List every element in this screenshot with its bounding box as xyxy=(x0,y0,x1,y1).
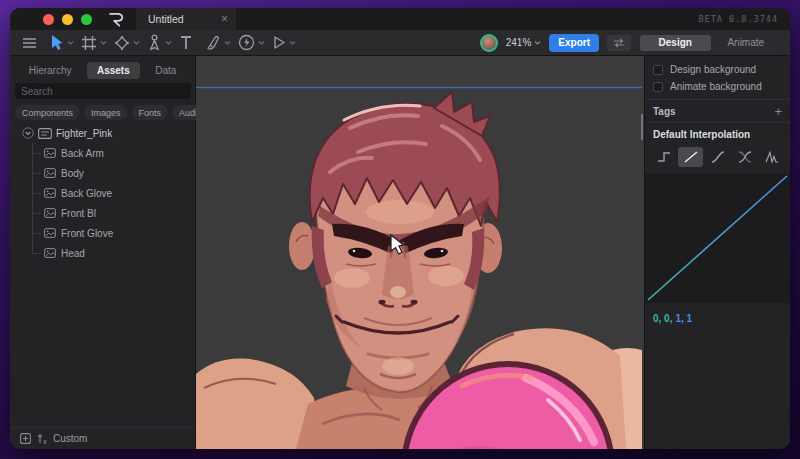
bezier-interpolation-button[interactable] xyxy=(732,147,757,167)
chevron-down-icon[interactable] xyxy=(289,41,296,45)
left-panel-tabs: Hierarchy Assets Data xyxy=(10,59,195,81)
tab-data[interactable]: Data xyxy=(145,62,186,79)
shapes-tool-button[interactable] xyxy=(114,35,140,51)
bone-tool-button[interactable] xyxy=(147,34,172,51)
toolbar: 241% Export Design Animate xyxy=(10,30,790,56)
traffic-lights xyxy=(43,14,92,25)
search-input[interactable] xyxy=(15,83,191,99)
main-menu-button[interactable] xyxy=(22,37,37,49)
bezier-curves-icon xyxy=(738,151,752,163)
select-tool-button[interactable] xyxy=(50,34,74,51)
design-background-label: Design background xyxy=(670,64,756,75)
minimize-window-button[interactable] xyxy=(62,14,73,25)
zoom-window-button[interactable] xyxy=(81,14,92,25)
tree-root-label: Fighter_Pink xyxy=(56,128,112,139)
chevron-down-icon[interactable] xyxy=(224,41,231,45)
pen-tool-button[interactable] xyxy=(205,35,231,51)
interpolation-curve xyxy=(645,173,789,303)
psd-file-badge-icon xyxy=(38,128,52,139)
interpolation-title: Default Interpolation xyxy=(653,129,750,140)
play-tool-button[interactable] xyxy=(272,35,296,50)
image-asset-icon xyxy=(44,228,56,238)
cubic-interpolation-button[interactable] xyxy=(705,147,730,167)
beta-version-label: BETA 0.8.3744 xyxy=(698,14,778,24)
chevron-down-icon[interactable] xyxy=(165,41,172,45)
animate-mode-tab[interactable]: Animate xyxy=(711,35,782,51)
text-tool-button[interactable] xyxy=(179,35,193,50)
play-icon xyxy=(272,35,286,50)
shapes-icon xyxy=(114,35,130,51)
sort-mode-label[interactable]: Custom xyxy=(53,433,87,444)
mode-switcher: Design Animate xyxy=(639,34,782,52)
tab-close-icon[interactable]: × xyxy=(221,13,228,25)
export-button[interactable]: Export xyxy=(549,34,599,52)
pen-icon xyxy=(205,35,221,51)
hamburger-menu-icon xyxy=(22,37,37,49)
user-avatar[interactable] xyxy=(480,34,498,52)
hierarchy-footer: Custom xyxy=(10,427,195,449)
tree-row-front-glove[interactable]: Front Glove xyxy=(10,223,195,243)
assets-tree: Fighter_Pink Back Arm Body Back Glove xyxy=(10,123,195,263)
artboard-tool-button[interactable] xyxy=(81,35,107,51)
curve-out-values: 1, 1 xyxy=(675,313,692,324)
elastic-interpolation-button[interactable] xyxy=(759,147,784,167)
add-square-icon[interactable] xyxy=(20,433,31,444)
canvas-viewport[interactable] xyxy=(196,56,644,449)
chevron-down-icon[interactable] xyxy=(258,41,265,45)
tree-row-body[interactable]: Body xyxy=(10,163,195,183)
tree-row-root[interactable]: Fighter_Pink xyxy=(10,123,195,143)
lightning-circle-icon xyxy=(238,34,255,51)
tree-item-label: Body xyxy=(61,168,84,179)
fighter-artwork xyxy=(196,56,642,449)
publish-button[interactable] xyxy=(607,35,631,51)
image-asset-icon xyxy=(44,148,56,158)
zoom-level-control[interactable]: 241% xyxy=(506,37,542,48)
linear-icon xyxy=(684,151,698,163)
asset-tab-fonts[interactable]: Fonts xyxy=(132,105,169,120)
asset-tab-images[interactable]: Images xyxy=(84,105,128,120)
asset-tab-components[interactable]: Components xyxy=(15,105,80,120)
design-mode-tab[interactable]: Design xyxy=(640,35,711,51)
image-asset-icon xyxy=(44,208,56,218)
sort-order-icon[interactable] xyxy=(37,433,47,444)
tags-section-header: Tags + xyxy=(645,100,790,122)
add-tag-button[interactable]: + xyxy=(774,105,782,118)
image-asset-icon xyxy=(44,168,56,178)
tree-row-head[interactable]: Head xyxy=(10,243,195,263)
animate-background-checkbox[interactable] xyxy=(653,82,663,92)
document-tab[interactable]: Untitled × xyxy=(136,8,236,30)
asset-type-tabs: Components Images Fonts Audio xyxy=(15,104,190,121)
tree-row-back-glove[interactable]: Back Glove xyxy=(10,183,195,203)
tree-row-front-bi[interactable]: Front Bl xyxy=(10,203,195,223)
chevron-down-icon[interactable] xyxy=(100,41,107,45)
image-asset-icon xyxy=(44,248,56,258)
tree-item-label: Back Arm xyxy=(61,148,104,159)
zoom-level-value: 241% xyxy=(506,37,532,48)
tab-assets[interactable]: Assets xyxy=(87,62,140,79)
cubic-ease-icon xyxy=(711,151,725,163)
interpolation-header: Default Interpolation xyxy=(645,123,790,145)
main-area: Hierarchy Assets Data Components Images … xyxy=(10,56,790,449)
tree-item-label: Back Glove xyxy=(61,188,112,199)
artboard-frame-icon xyxy=(81,35,97,51)
tab-hierarchy[interactable]: Hierarchy xyxy=(19,62,82,79)
desktop-wallpaper: Untitled × BETA 0.8.3744 xyxy=(0,0,800,459)
interpolation-mode-buttons xyxy=(651,147,784,167)
design-background-checkbox[interactable] xyxy=(653,65,663,75)
left-panel: Hierarchy Assets Data Components Images … xyxy=(10,56,196,449)
disclosure-chevron-icon[interactable] xyxy=(22,127,34,139)
document-title: Untitled xyxy=(148,13,221,25)
cursor-icon xyxy=(50,34,64,51)
tree-row-back-arm[interactable]: Back Arm xyxy=(10,143,195,163)
canvas-scrollbar[interactable] xyxy=(641,114,643,140)
titlebar: Untitled × BETA 0.8.3744 xyxy=(10,8,790,30)
events-tool-button[interactable] xyxy=(238,34,265,51)
chevron-down-icon xyxy=(534,41,541,45)
hold-interpolation-button[interactable] xyxy=(651,147,676,167)
chevron-down-icon[interactable] xyxy=(67,41,74,45)
interpolation-curve-editor[interactable] xyxy=(645,173,790,303)
close-window-button[interactable] xyxy=(43,14,54,25)
sync-arrows-icon xyxy=(613,38,625,48)
linear-interpolation-button[interactable] xyxy=(678,147,703,167)
chevron-down-icon[interactable] xyxy=(133,41,140,45)
